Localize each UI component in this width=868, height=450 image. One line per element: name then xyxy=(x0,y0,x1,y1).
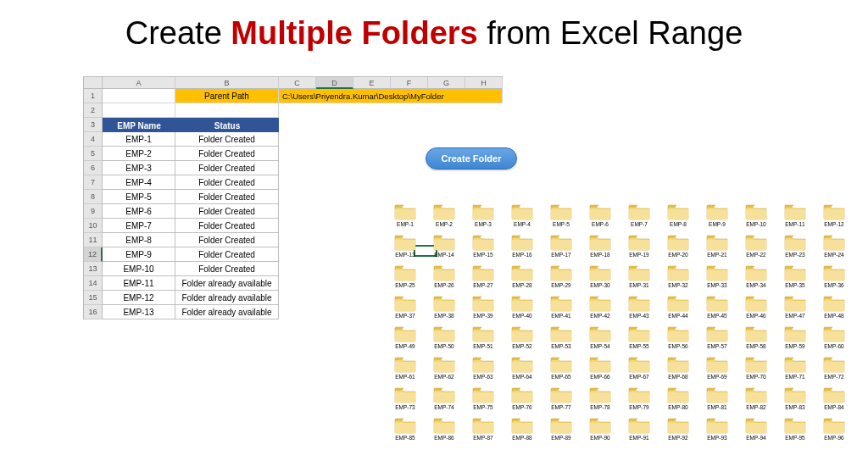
folder-item[interactable]: EMP-7 xyxy=(620,203,659,234)
folder-item[interactable]: EMP-52 xyxy=(503,325,542,356)
folder-item[interactable]: EMP-27 xyxy=(464,264,503,295)
folder-item[interactable]: EMP-37 xyxy=(386,295,425,325)
folder-item[interactable]: EMP-81 xyxy=(698,386,737,417)
folder-item[interactable]: EMP-22 xyxy=(737,234,776,264)
folder-item[interactable]: EMP-73 xyxy=(386,386,425,417)
folder-item[interactable]: EMP-49 xyxy=(386,325,425,356)
folder-item[interactable]: EMP-55 xyxy=(620,325,659,356)
folder-item[interactable]: EMP-18 xyxy=(581,234,620,264)
row-header-5[interactable]: 5 xyxy=(84,147,103,161)
folder-item[interactable]: EMP-29 xyxy=(542,264,581,295)
col-header-d[interactable]: D xyxy=(316,77,353,89)
folder-item[interactable]: EMP-61 xyxy=(386,356,425,386)
folder-item[interactable]: EMP-26 xyxy=(425,264,464,295)
folder-item[interactable]: EMP-45 xyxy=(698,295,737,325)
col-header-b[interactable]: B xyxy=(175,77,279,89)
row-header-11[interactable]: 11 xyxy=(84,233,103,247)
folder-item[interactable]: EMP-83 xyxy=(776,386,815,417)
folder-item[interactable]: EMP-2 xyxy=(425,203,464,234)
folder-item[interactable]: EMP-25 xyxy=(386,264,425,295)
folder-item[interactable]: EMP-84 xyxy=(815,386,854,417)
folder-item[interactable]: EMP-44 xyxy=(659,295,698,325)
folder-item[interactable]: EMP-70 xyxy=(737,356,776,386)
folder-item[interactable]: EMP-78 xyxy=(581,386,620,417)
folder-item[interactable]: EMP-13 xyxy=(386,234,425,264)
folder-item[interactable]: EMP-93 xyxy=(698,417,737,447)
folder-item[interactable]: EMP-41 xyxy=(542,295,581,325)
folder-item[interactable]: EMP-21 xyxy=(698,234,737,264)
emp-name-cell[interactable]: EMP-6 xyxy=(103,204,175,219)
folder-item[interactable]: EMP-10 xyxy=(737,203,776,234)
row-header-3[interactable]: 3 xyxy=(84,118,103,132)
status-cell[interactable]: Folder Created xyxy=(175,233,279,247)
folder-item[interactable]: EMP-72 xyxy=(815,356,854,386)
folder-item[interactable]: EMP-38 xyxy=(425,295,464,325)
col-header-f[interactable]: F xyxy=(391,77,428,89)
folder-item[interactable]: EMP-56 xyxy=(659,325,698,356)
folder-item[interactable]: EMP-71 xyxy=(776,356,815,386)
folder-item[interactable]: EMP-5 xyxy=(542,203,581,234)
folder-item[interactable]: EMP-69 xyxy=(698,356,737,386)
status-cell[interactable]: Folder Created xyxy=(175,190,279,204)
folder-item[interactable]: EMP-42 xyxy=(581,295,620,325)
emp-name-cell[interactable]: EMP-13 xyxy=(103,305,175,319)
col-header-c[interactable]: C xyxy=(279,77,316,89)
folder-item[interactable]: EMP-20 xyxy=(659,234,698,264)
folder-item[interactable]: EMP-58 xyxy=(737,325,776,356)
status-cell[interactable]: Folder Created xyxy=(175,247,279,262)
folder-item[interactable]: EMP-28 xyxy=(503,264,542,295)
status-cell[interactable]: Folder already available xyxy=(175,291,279,305)
folder-item[interactable]: EMP-32 xyxy=(659,264,698,295)
emp-name-cell[interactable]: EMP-12 xyxy=(103,291,175,305)
folder-item[interactable]: EMP-59 xyxy=(776,325,815,356)
folder-item[interactable]: EMP-65 xyxy=(542,356,581,386)
folder-item[interactable]: EMP-91 xyxy=(620,417,659,447)
cell-a2[interactable] xyxy=(103,103,175,118)
folder-item[interactable]: EMP-46 xyxy=(737,295,776,325)
folder-item[interactable]: EMP-4 xyxy=(503,203,542,234)
row-header-14[interactable]: 14 xyxy=(84,276,103,291)
status-cell[interactable]: Folder Created xyxy=(175,132,279,147)
emp-name-cell[interactable]: EMP-9 xyxy=(103,247,175,262)
folder-item[interactable]: EMP-31 xyxy=(620,264,659,295)
folder-item[interactable]: EMP-36 xyxy=(815,264,854,295)
folder-item[interactable]: EMP-23 xyxy=(776,234,815,264)
folder-item[interactable]: EMP-67 xyxy=(620,356,659,386)
folder-item[interactable]: EMP-54 xyxy=(581,325,620,356)
folder-item[interactable]: EMP-88 xyxy=(503,417,542,447)
row-header-8[interactable]: 8 xyxy=(84,190,103,204)
row-header-12[interactable]: 12 xyxy=(84,247,103,262)
folder-item[interactable]: EMP-86 xyxy=(425,417,464,447)
folder-item[interactable]: EMP-11 xyxy=(776,203,815,234)
folder-item[interactable]: EMP-17 xyxy=(542,234,581,264)
folder-item[interactable]: EMP-62 xyxy=(425,356,464,386)
corner-cell[interactable] xyxy=(84,77,103,89)
folder-item[interactable]: EMP-8 xyxy=(659,203,698,234)
parent-path-value[interactable]: C:\Users\Priyendra.Kumar\Desktop\MyFolde… xyxy=(279,89,503,103)
folder-item[interactable]: EMP-35 xyxy=(776,264,815,295)
col-header-h[interactable]: H xyxy=(465,77,503,89)
emp-name-cell[interactable]: EMP-1 xyxy=(103,132,175,147)
row-header-1[interactable]: 1 xyxy=(84,89,103,103)
folder-item[interactable]: EMP-51 xyxy=(464,325,503,356)
row-header-15[interactable]: 15 xyxy=(84,291,103,305)
folder-item[interactable]: EMP-30 xyxy=(581,264,620,295)
folder-item[interactable]: EMP-48 xyxy=(815,295,854,325)
row-header-10[interactable]: 10 xyxy=(84,219,103,233)
folder-item[interactable]: EMP-34 xyxy=(737,264,776,295)
folder-item[interactable]: EMP-87 xyxy=(464,417,503,447)
row-header-13[interactable]: 13 xyxy=(84,262,103,276)
emp-name-cell[interactable]: EMP-11 xyxy=(103,276,175,291)
folder-item[interactable]: EMP-24 xyxy=(815,234,854,264)
row-header-2[interactable]: 2 xyxy=(84,103,103,118)
folder-item[interactable]: EMP-47 xyxy=(776,295,815,325)
row-header-16[interactable]: 16 xyxy=(84,305,103,319)
folder-item[interactable]: EMP-95 xyxy=(776,417,815,447)
status-cell[interactable]: Folder Created xyxy=(175,147,279,161)
status-cell[interactable]: Folder already available xyxy=(175,305,279,319)
folder-item[interactable]: EMP-75 xyxy=(464,386,503,417)
folder-item[interactable]: EMP-16 xyxy=(503,234,542,264)
row-header-7[interactable]: 7 xyxy=(84,175,103,190)
folder-item[interactable]: EMP-57 xyxy=(698,325,737,356)
folder-item[interactable]: EMP-77 xyxy=(542,386,581,417)
